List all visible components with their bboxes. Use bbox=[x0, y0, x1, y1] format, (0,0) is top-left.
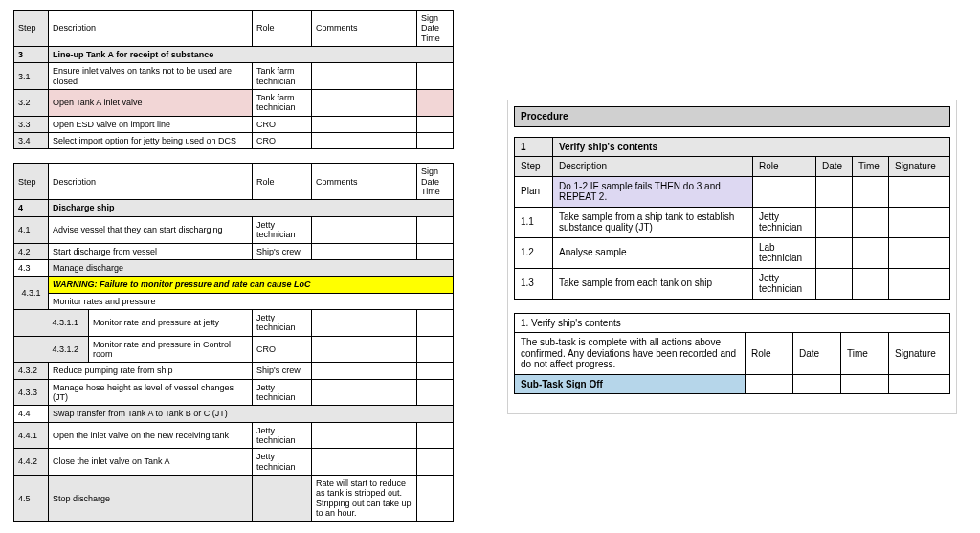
step-comments: Rate will start to reduce as tank is str… bbox=[312, 476, 417, 522]
step-desc: Stop discharge bbox=[49, 476, 253, 522]
step-role bbox=[253, 476, 312, 522]
procedure-table-4: Step Description Role Comments Sign Date… bbox=[13, 163, 454, 522]
step-desc: Take sample from each tank on ship bbox=[553, 268, 753, 299]
step-role: CRO bbox=[253, 133, 312, 149]
step-desc: Manage hose height as level of vessel ch… bbox=[49, 379, 253, 406]
step-sign bbox=[417, 336, 454, 363]
step-num: 4.3 bbox=[14, 259, 49, 276]
step-sign bbox=[417, 216, 454, 243]
step-comments bbox=[312, 90, 417, 117]
col-step: Step bbox=[14, 11, 49, 47]
section-num: 3 bbox=[14, 47, 49, 63]
step-desc: Open ESD valve on import line bbox=[49, 116, 253, 132]
col-desc: Description bbox=[49, 11, 253, 47]
step-desc: Monitor rate and pressure at jetty bbox=[89, 309, 253, 336]
step-role: Ship's crew bbox=[253, 363, 312, 379]
table-row: 4.4.2 Close the inlet valve on Tank A Je… bbox=[14, 449, 454, 476]
table-header-row: Step Description Role Date Time Signatur… bbox=[515, 157, 950, 177]
signoff-title-row: 1. Verify ship's contents bbox=[515, 313, 950, 333]
procedure-header-table: Procedure bbox=[514, 106, 950, 127]
step-role: CRO bbox=[253, 116, 312, 132]
step-desc: Monitor rate and pressure in Control roo… bbox=[89, 336, 253, 363]
blank-cell bbox=[888, 374, 949, 394]
step-sign bbox=[417, 63, 454, 90]
blank-cell bbox=[852, 237, 888, 268]
step-desc: Advise vessel that they can start discha… bbox=[49, 216, 253, 243]
col-role: Role bbox=[745, 333, 792, 375]
section-num: 4 bbox=[14, 200, 49, 216]
table-row: 4.3.1.2 Monitor rate and pressure in Con… bbox=[14, 336, 454, 363]
blank-cell bbox=[840, 374, 888, 394]
step-num: 3.1 bbox=[14, 63, 49, 90]
signoff-label: Sub-Task Sign Off bbox=[515, 374, 746, 394]
col-time: Time bbox=[840, 333, 888, 375]
col-date: Date bbox=[815, 157, 852, 177]
blank-cell bbox=[852, 268, 888, 299]
table-row: 4.3.1.1 Monitor rate and pressure at jet… bbox=[14, 309, 454, 336]
section-row: 4 Discharge ship bbox=[14, 200, 454, 216]
step-desc: Open Tank A inlet valve bbox=[49, 90, 253, 117]
step-comments bbox=[312, 133, 417, 149]
col-sig: Signature bbox=[888, 333, 949, 375]
step-num: 4.1 bbox=[14, 216, 49, 243]
col-time: Time bbox=[852, 157, 888, 177]
col-desc: Description bbox=[49, 164, 253, 200]
step-desc: Select import option for jetty being use… bbox=[49, 133, 253, 149]
step-num: 3.3 bbox=[14, 116, 49, 132]
step-sign bbox=[417, 363, 454, 379]
step-desc: Reduce pumping rate from ship bbox=[49, 363, 253, 379]
step-comments bbox=[312, 422, 417, 449]
step-comments bbox=[312, 363, 417, 379]
signoff-title: 1. Verify ship's contents bbox=[515, 313, 950, 333]
step-desc: Close the inlet valve on Tank A bbox=[49, 449, 253, 476]
plan-row: Plan Do 1-2 IF sample fails THEN do 3 an… bbox=[515, 176, 950, 207]
signoff-table: 1. Verify ship's contents The sub-task i… bbox=[514, 313, 950, 395]
blank-cell bbox=[852, 176, 888, 207]
signoff-text: The sub-task is complete with all action… bbox=[515, 333, 746, 375]
step-role: Jetty technician bbox=[253, 379, 312, 406]
step-role: Jetty technician bbox=[752, 207, 815, 237]
step-num: 4.3.2 bbox=[14, 363, 49, 379]
section-row: 1 Verify ship's contents bbox=[515, 137, 950, 157]
step-role: Jetty technician bbox=[253, 422, 312, 449]
table-row: 3.4 Select import option for jetty being… bbox=[14, 133, 454, 149]
right-column: Procedure 1 Verify ship's contents Step … bbox=[507, 10, 957, 533]
blank-cell bbox=[815, 237, 852, 268]
step-sign bbox=[417, 90, 454, 117]
left-column: Step Description Role Comments Sign Date… bbox=[13, 10, 454, 533]
blank-cell bbox=[888, 268, 949, 299]
step-role: Tank farm technician bbox=[253, 90, 312, 117]
step-comments bbox=[312, 216, 417, 243]
step-comments bbox=[312, 243, 417, 259]
step-comments bbox=[312, 309, 417, 336]
step-num: 1.2 bbox=[515, 237, 553, 268]
step-desc: Manage discharge bbox=[49, 259, 454, 276]
signoff-text-row: The sub-task is complete with all action… bbox=[515, 333, 950, 375]
step-comments bbox=[312, 63, 417, 90]
step-sign bbox=[417, 116, 454, 132]
blank-cell bbox=[888, 207, 949, 237]
table-row: 3.2 Open Tank A inlet valve Tank farm te… bbox=[14, 90, 454, 117]
blank-cell bbox=[815, 207, 852, 237]
step-comments bbox=[312, 379, 417, 406]
blank-cell bbox=[888, 176, 949, 207]
step-comments bbox=[312, 336, 417, 363]
step-comments bbox=[312, 116, 417, 132]
step-role: Jetty technician bbox=[253, 309, 312, 336]
step-num: 1.3 bbox=[515, 268, 553, 299]
step-num: 4.4.2 bbox=[14, 449, 49, 476]
col-step: Step bbox=[515, 157, 553, 177]
signoff-label-row: Sub-Task Sign Off bbox=[515, 374, 950, 394]
step-num: 1.1 bbox=[515, 207, 553, 237]
blank-cell bbox=[14, 336, 49, 363]
table-row: 4.4.1 Open the inlet valve on the new re… bbox=[14, 422, 454, 449]
blank-cell bbox=[14, 309, 49, 336]
table-header-row: Step Description Role Comments Sign Date… bbox=[14, 164, 454, 200]
step-sign bbox=[417, 422, 454, 449]
step-role: Jetty technician bbox=[253, 449, 312, 476]
table-row: 4.1 Advise vessel that they can start di… bbox=[14, 216, 454, 243]
table-row: 3.1 Ensure inlet valves on tanks not to … bbox=[14, 63, 454, 90]
blank-cell bbox=[852, 207, 888, 237]
warning-row: 4.3.1 WARNING: Failure to monitor pressu… bbox=[14, 277, 454, 293]
right-panel: Procedure 1 Verify ship's contents Step … bbox=[507, 100, 957, 414]
